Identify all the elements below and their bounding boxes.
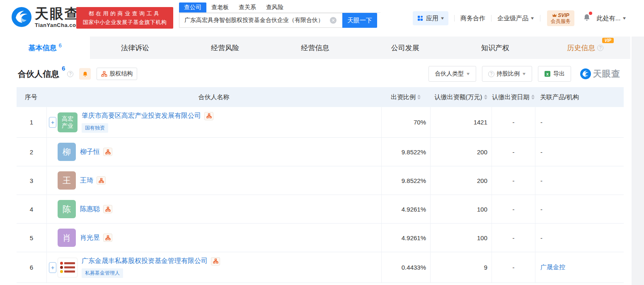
sort-desc-icon	[417, 97, 421, 101]
partner-name-link[interactable]: 柳子恒	[80, 148, 100, 156]
tab-经营风险[interactable]: 经营风险	[180, 37, 270, 59]
equity-structure-icon[interactable]	[103, 148, 112, 156]
chevron-down-icon: ▼	[522, 72, 527, 76]
partner-name-wrap: 王琦	[80, 176, 106, 185]
help-icon[interactable]: ?	[67, 71, 73, 77]
sort-icon[interactable]	[484, 93, 487, 101]
partner-name-link[interactable]: 王琦	[80, 176, 93, 185]
partner-name-wrap: 肇庆市高要区高宏产业投资发展有限公司国有独资	[82, 112, 213, 133]
logo-text-bar	[64, 266, 75, 268]
related-cell: -	[535, 138, 624, 166]
search-input[interactable]	[179, 13, 342, 28]
tianyancha-logo-icon	[580, 68, 591, 79]
logo-row	[60, 262, 75, 265]
column-label: 合伙人名称	[199, 93, 230, 101]
search-tab-查公司[interactable]: 查公司	[179, 2, 206, 12]
equity-structure-icon[interactable]	[103, 234, 112, 242]
row-seq: 2	[17, 149, 46, 156]
crown-icon	[552, 13, 557, 17]
partner-name-link[interactable]: 广东金晟丰私募股权投资基金管理有限公司	[82, 257, 208, 266]
column-label: 出资比例	[391, 93, 416, 101]
partner-name-link[interactable]: 肖光昱	[80, 234, 100, 242]
expand-button[interactable]: +	[49, 117, 56, 128]
amount-cell: 9	[430, 252, 491, 283]
column-header-认缴出资日期: 认缴出资日期	[491, 93, 535, 101]
related-value: -	[540, 149, 542, 156]
date-cell: -	[491, 195, 535, 223]
sort-desc-icon	[484, 97, 487, 101]
equity-structure-icon[interactable]	[103, 205, 112, 213]
ratio-cell: 9.8522%	[381, 138, 430, 166]
tab-label: 知识产权	[481, 43, 509, 53]
search-button[interactable]: 天眼一下	[342, 13, 377, 28]
svip-member-button[interactable]: SVIP 会员服务	[547, 10, 574, 26]
related-product-link[interactable]: 广晟金控	[540, 263, 565, 271]
apps-menu[interactable]: 应用 ▼	[413, 11, 448, 25]
search-tab-查老板[interactable]: 查老板	[206, 2, 234, 12]
partner-name-link[interactable]: 肇庆市高要区高宏产业投资发展有限公司	[82, 112, 201, 120]
chevron-down-icon: ▼	[622, 16, 627, 20]
amount-cell: 1421	[430, 107, 491, 137]
related-cell: -	[535, 224, 624, 252]
business-cooperation-link[interactable]: 商务合作	[460, 15, 485, 22]
company-logo	[58, 258, 77, 278]
clear-search-icon[interactable]: ✕	[330, 17, 337, 24]
column-label: 关联产品/机构	[540, 93, 579, 101]
equity-structure-icon[interactable]	[97, 176, 106, 185]
search-block: 查公司查老板查关系查风险 ✕ 天眼一下	[179, 2, 380, 28]
user-menu[interactable]: 此处有... ▼	[597, 15, 626, 22]
tab-历史信息[interactable]: 历史信息?VIP	[540, 37, 630, 59]
subscribe-bell-button[interactable]	[79, 68, 91, 80]
tianyancha-page: 天眼查 TianYanCha.com 都在用的商业查询工具 国家中小企业发展子基…	[0, 0, 644, 285]
brand-block[interactable]: 天眼查 TianYanCha.com	[35, 6, 81, 28]
holding-ratio-filter[interactable]: ? 持股比例 ▼	[482, 66, 532, 82]
export-button[interactable]: x 导出	[538, 66, 571, 82]
enterprise-products-link[interactable]: 企业级产品	[497, 15, 528, 22]
amount-cell: 100	[430, 195, 491, 223]
logo-text-bar	[64, 270, 75, 273]
search-tab-查风险[interactable]: 查风险	[261, 2, 288, 12]
column-header-出资比例: 出资比例	[381, 93, 430, 101]
scrollbar-track[interactable]	[632, 37, 644, 285]
sort-icon[interactable]	[417, 93, 421, 101]
partner-name-link[interactable]: 陈惠聪	[80, 205, 100, 214]
equity-structure-button[interactable]: 股权结构	[97, 68, 137, 80]
table-row: 1+高宏产业肇庆市高要区高宏产业投资发展有限公司国有独资70%1421--	[17, 107, 624, 138]
partner-name-wrap: 肖光昱	[80, 234, 112, 242]
tab-经营信息[interactable]: 经营信息	[270, 37, 360, 59]
partner-type-filter[interactable]: 合伙人类型 ▼	[429, 66, 476, 82]
vip-badge: VIP	[602, 38, 614, 43]
svip-subtitle: 会员服务	[551, 18, 571, 24]
partner-name-wrap: 广东金晟丰私募股权投资基金管理有限公司私募基金管理人	[82, 257, 220, 278]
avatar-text: 陈	[63, 204, 71, 215]
top-header: 天眼查 TianYanCha.com 都在用的商业查询工具 国家中小企业发展子基…	[0, 0, 644, 37]
tab-基本信息[interactable]: 基本信息6	[0, 37, 90, 59]
avatar: 柳	[58, 143, 76, 161]
related-value: -	[540, 206, 542, 213]
notifications-button[interactable]	[583, 13, 591, 23]
column-header-认缴出资额(万元): 认缴出资额(万元)	[430, 93, 491, 101]
section-title: 合伙人信息	[18, 68, 59, 80]
expand-button[interactable]: +	[49, 262, 56, 273]
tab-法律诉讼[interactable]: 法律诉讼	[90, 37, 180, 59]
avatar-text: 柳	[63, 146, 71, 158]
tab-知识产权[interactable]: 知识产权	[450, 37, 540, 59]
svip-title: SVIP	[558, 12, 569, 18]
tab-公司发展[interactable]: 公司发展	[360, 37, 450, 59]
equity-structure-icon[interactable]	[211, 257, 220, 266]
partner-name-line: 柳子恒	[80, 148, 112, 156]
apps-label: 应用	[426, 15, 438, 22]
equity-structure-label: 股权结构	[109, 70, 133, 78]
avatar-text: 肖	[63, 232, 71, 244]
avatar-text: 产业	[62, 122, 73, 129]
partner-name-wrap: 柳子恒	[80, 148, 112, 156]
sort-icon[interactable]	[531, 93, 535, 101]
search-tab-查关系[interactable]: 查关系	[234, 2, 261, 12]
table-row: 2柳柳子恒9.8522%200--	[17, 138, 624, 166]
top-right-nav: 应用 ▼ 商务合作 企业级产品 ▼ SVIP 会员服务	[413, 10, 626, 26]
equity-structure-icon[interactable]	[204, 112, 213, 120]
main-content: 合伙人信息 6 ? 股权结构 合伙人类型	[0, 59, 632, 283]
holding-ratio-label: 持股比例	[496, 70, 520, 78]
excel-icon: x	[544, 71, 551, 77]
tab-label: 历史信息	[567, 43, 595, 53]
